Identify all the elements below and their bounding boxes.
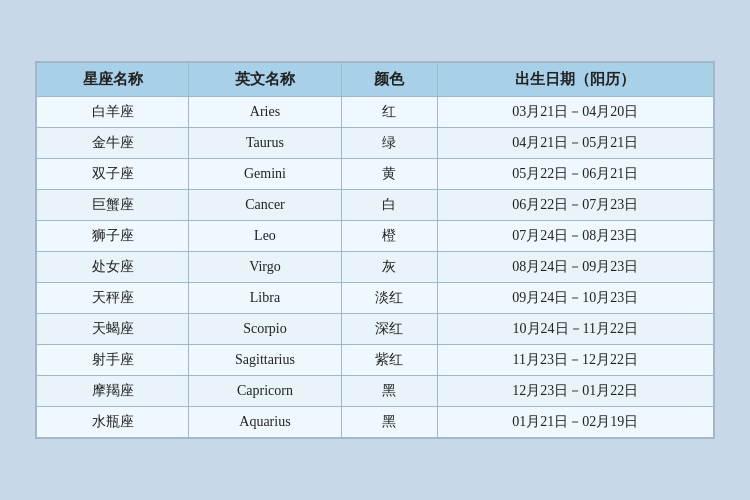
chinese-name: 天秤座: [37, 283, 189, 314]
chinese-name: 天蝎座: [37, 314, 189, 345]
english-name: Sagittarius: [189, 345, 341, 376]
chinese-name: 射手座: [37, 345, 189, 376]
color-value: 白: [341, 190, 437, 221]
table-row: 巨蟹座Cancer白06月22日－07月23日: [37, 190, 714, 221]
english-name: Capricorn: [189, 376, 341, 407]
date-range: 03月21日－04月20日: [437, 97, 713, 128]
date-range: 01月21日－02月19日: [437, 407, 713, 438]
chinese-name: 金牛座: [37, 128, 189, 159]
table-row: 双子座Gemini黄05月22日－06月21日: [37, 159, 714, 190]
table-row: 天秤座Libra淡红09月24日－10月23日: [37, 283, 714, 314]
color-value: 紫红: [341, 345, 437, 376]
date-range: 08月24日－09月23日: [437, 252, 713, 283]
color-value: 黑: [341, 376, 437, 407]
chinese-name: 白羊座: [37, 97, 189, 128]
color-value: 绿: [341, 128, 437, 159]
table-row: 处女座Virgo灰08月24日－09月23日: [37, 252, 714, 283]
date-range: 06月22日－07月23日: [437, 190, 713, 221]
date-range: 10月24日－11月22日: [437, 314, 713, 345]
english-name: Aquarius: [189, 407, 341, 438]
color-value: 红: [341, 97, 437, 128]
chinese-name: 处女座: [37, 252, 189, 283]
english-name: Scorpio: [189, 314, 341, 345]
chinese-name: 水瓶座: [37, 407, 189, 438]
date-range: 04月21日－05月21日: [437, 128, 713, 159]
col-header-chinese: 星座名称: [37, 63, 189, 97]
color-value: 橙: [341, 221, 437, 252]
color-value: 灰: [341, 252, 437, 283]
date-range: 11月23日－12月22日: [437, 345, 713, 376]
date-range: 07月24日－08月23日: [437, 221, 713, 252]
color-value: 黄: [341, 159, 437, 190]
table-row: 天蝎座Scorpio深红10月24日－11月22日: [37, 314, 714, 345]
english-name: Leo: [189, 221, 341, 252]
date-range: 12月23日－01月22日: [437, 376, 713, 407]
table-row: 金牛座Taurus绿04月21日－05月21日: [37, 128, 714, 159]
col-header-color: 颜色: [341, 63, 437, 97]
table-row: 射手座Sagittarius紫红11月23日－12月22日: [37, 345, 714, 376]
zodiac-table-container: 星座名称 英文名称 颜色 出生日期（阳历） 白羊座Aries红03月21日－04…: [35, 61, 715, 439]
chinese-name: 双子座: [37, 159, 189, 190]
date-range: 05月22日－06月21日: [437, 159, 713, 190]
table-row: 摩羯座Capricorn黑12月23日－01月22日: [37, 376, 714, 407]
english-name: Cancer: [189, 190, 341, 221]
english-name: Taurus: [189, 128, 341, 159]
english-name: Virgo: [189, 252, 341, 283]
table-row: 水瓶座Aquarius黑01月21日－02月19日: [37, 407, 714, 438]
english-name: Gemini: [189, 159, 341, 190]
chinese-name: 摩羯座: [37, 376, 189, 407]
col-header-dates: 出生日期（阳历）: [437, 63, 713, 97]
zodiac-table: 星座名称 英文名称 颜色 出生日期（阳历） 白羊座Aries红03月21日－04…: [36, 62, 714, 438]
table-header-row: 星座名称 英文名称 颜色 出生日期（阳历）: [37, 63, 714, 97]
col-header-english: 英文名称: [189, 63, 341, 97]
english-name: Libra: [189, 283, 341, 314]
date-range: 09月24日－10月23日: [437, 283, 713, 314]
table-row: 白羊座Aries红03月21日－04月20日: [37, 97, 714, 128]
color-value: 淡红: [341, 283, 437, 314]
color-value: 黑: [341, 407, 437, 438]
chinese-name: 狮子座: [37, 221, 189, 252]
chinese-name: 巨蟹座: [37, 190, 189, 221]
color-value: 深红: [341, 314, 437, 345]
english-name: Aries: [189, 97, 341, 128]
table-row: 狮子座Leo橙07月24日－08月23日: [37, 221, 714, 252]
